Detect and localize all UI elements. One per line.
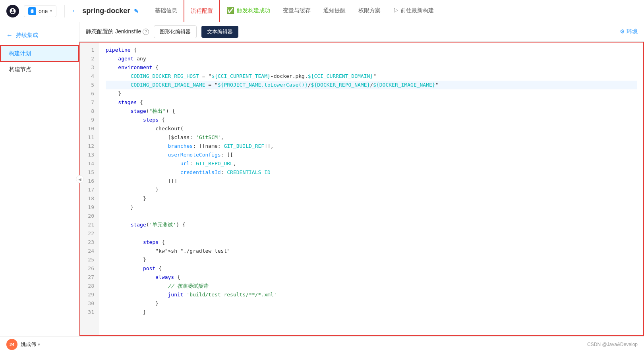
code-line (106, 229, 637, 238)
code-editor[interactable]: 1234567891011121314151617181920212223242… (79, 42, 644, 336)
line-number: 7 (80, 98, 99, 107)
code-line: junit 'build/test-results/**/*.xml' (106, 290, 637, 299)
code-line: branches: [[name: GIT_BUILD_REF]], (106, 142, 637, 151)
line-number: 4 (80, 72, 99, 81)
code-line: stage("检出") { (106, 107, 637, 116)
line-number: 21 (80, 220, 99, 229)
code-line: url: GIT_REPO_URL, (106, 159, 637, 168)
code-line: steps { (106, 238, 637, 247)
line-number: 26 (80, 264, 99, 273)
code-content: pipeline { agent any environment { CODIN… (99, 43, 643, 335)
nav-tabs: 基础信息 流程配置 ✅ 触发构建成功 变量与缓存 通知提醒 权限方案 ▷ 前往最… (149, 0, 440, 22)
code-line: } (106, 299, 637, 308)
code-line: } (106, 255, 637, 264)
user-chevron[interactable]: ▾ (38, 342, 40, 347)
line-number: 14 (80, 159, 99, 168)
code-line: environment { (106, 63, 637, 72)
line-number: 3 (80, 63, 99, 72)
line-number: 11 (80, 133, 99, 142)
line-number: 28 (80, 282, 99, 290)
code-line: // 收集测试报告 (106, 282, 637, 290)
tab-flow[interactable]: 流程配置 (184, 0, 220, 22)
line-number: 12 (80, 142, 99, 151)
line-number: 17 (80, 186, 99, 194)
code-line (106, 212, 637, 220)
tab-trigger[interactable]: ✅ 触发构建成功 (220, 0, 277, 22)
content-area: 静态配置的 Jenkinsfile ? 图形化编辑器 文本编辑器 ⚙ 环境 12… (79, 22, 644, 336)
line-number: 1 (80, 46, 99, 54)
nav-divider (142, 6, 142, 16)
sidebar-item-build-plan-label: 构建计划 (9, 50, 31, 57)
jenkinsfile-label: 静态配置的 Jenkinsfile ? (86, 28, 149, 35)
line-number: 24 (80, 247, 99, 255)
page-title-area: ← spring-docker ✎ (71, 7, 139, 15)
project-name: one (39, 8, 48, 14)
sidebar-item-build-plan[interactable]: 构建计划 (0, 45, 79, 62)
line-number: 8 (80, 107, 99, 116)
main-layout: ← 持续集成 构建计划 构建节点 ◀ 静态配置的 Jenkinsfile ? 图… (0, 22, 644, 336)
graphic-editor-button[interactable]: 图形化编辑器 (154, 25, 197, 38)
code-line: CODING_DOCKER_IMAGE_NAME = "${PROJECT_NA… (106, 81, 637, 89)
toolbar-right: ⚙ 环境 (620, 28, 638, 35)
tab-notify[interactable]: 通知提醒 (317, 0, 352, 22)
tab-auth[interactable]: 权限方案 (352, 0, 387, 22)
sidebar-back-label: 持续集成 (16, 32, 38, 39)
line-number: 6 (80, 89, 99, 98)
user-name: 姚成伟 (21, 341, 36, 348)
code-line: ) (106, 186, 637, 194)
code-line: stages { (106, 98, 637, 107)
sidebar-item-build-node[interactable]: 构建节点 (0, 62, 79, 77)
line-number: 10 (80, 124, 99, 133)
edit-name-icon[interactable]: ✎ (134, 8, 139, 14)
sidebar: ← 持续集成 构建计划 构建节点 ◀ (0, 22, 79, 336)
tab-basic[interactable]: 基础信息 (149, 0, 184, 22)
help-icon[interactable]: ? (143, 29, 149, 35)
code-line: userRemoteConfigs: [[ (106, 151, 637, 159)
user-avatar: 24 (6, 339, 17, 350)
line-number: 15 (80, 168, 99, 177)
sidebar-collapse-button[interactable]: ◀ (76, 175, 84, 183)
code-line: steps { (106, 116, 637, 124)
code-line: } (106, 203, 637, 212)
line-number: 18 (80, 194, 99, 203)
code-line: agent any (106, 54, 637, 63)
back-button[interactable]: ← (71, 7, 78, 15)
line-number: 20 (80, 212, 99, 220)
sidebar-item-build-node-label: 构建节点 (9, 66, 31, 73)
copyright: CSDN @Java&Develop (587, 342, 638, 347)
line-number: 22 (80, 229, 99, 238)
success-check-icon: ✅ (226, 7, 234, 14)
code-line: CODING_DOCKER_REG_HOST = "${CCI_CURRENT_… (106, 72, 637, 81)
line-number: 27 (80, 273, 99, 282)
code-line: pipeline { (106, 46, 637, 54)
line-number: 29 (80, 290, 99, 299)
chevron-down-icon: ▾ (50, 9, 52, 13)
project-selector[interactable]: one ▾ (24, 5, 56, 17)
code-line: } (106, 308, 637, 317)
code-line: } (106, 194, 637, 203)
brand-icon (6, 5, 19, 17)
collapse-icon: ◀ (78, 177, 81, 182)
line-number: 23 (80, 238, 99, 247)
line-number: 9 (80, 116, 99, 124)
line-number: 13 (80, 151, 99, 159)
code-line: credentialsId: CREDENTIALS_ID (106, 168, 637, 177)
bottom-bar: 24 姚成伟 ▾ CSDN @Java&Develop (0, 336, 644, 352)
toolbar: 静态配置的 Jenkinsfile ? 图形化编辑器 文本编辑器 ⚙ 环境 (79, 22, 644, 42)
line-number: 25 (80, 255, 99, 264)
sidebar-back-arrow: ← (6, 32, 13, 39)
tab-vars[interactable]: 变量与缓存 (277, 0, 317, 22)
env-button[interactable]: ⚙ 环境 (620, 28, 638, 35)
sidebar-back[interactable]: ← 持续集成 (0, 29, 79, 45)
top-nav-left: one ▾ (6, 5, 65, 17)
line-number: 2 (80, 54, 99, 63)
pipeline-name: spring-docker (82, 7, 130, 15)
top-nav: one ▾ ← spring-docker ✎ 基础信息 流程配置 ✅ 触发构建… (0, 0, 644, 22)
code-line: "kw">sh "./gradlew test" (106, 247, 637, 255)
code-line: always { (106, 273, 637, 282)
line-numbers: 1234567891011121314151617181920212223242… (80, 43, 99, 335)
tab-goto[interactable]: ▷ 前往最新构建 (387, 0, 440, 22)
code-line: ]]] (106, 177, 637, 186)
line-number: 5 (80, 81, 99, 89)
text-editor-button[interactable]: 文本编辑器 (201, 26, 238, 38)
